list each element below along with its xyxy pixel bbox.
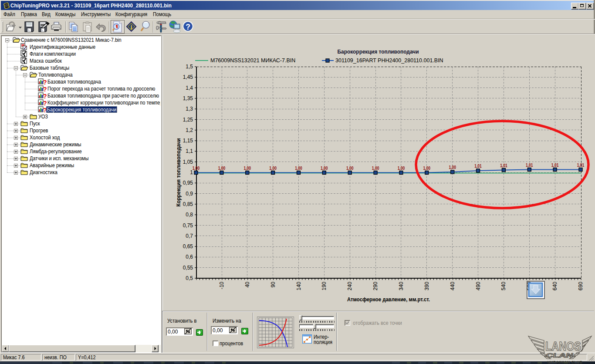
- svg-text:301109_16PART РНН2400_280110.0: 301109_16PART РНН2400_280110.001.BIN: [335, 57, 443, 64]
- svg-text:0,95: 0,95: [183, 180, 193, 186]
- svg-text:390: 390: [424, 282, 430, 290]
- svg-text:Коррекция топливоподачи: Коррекция топливоподачи: [176, 138, 182, 207]
- svg-text:1,45: 1,45: [183, 74, 193, 80]
- svg-text:?: ?: [43, 86, 47, 93]
- svg-text:0,75: 0,75: [183, 222, 193, 229]
- svg-text:1,1: 1,1: [186, 148, 193, 154]
- svg-text:1,00: 1,00: [449, 165, 456, 170]
- svg-text:240: 240: [347, 282, 353, 290]
- svg-text:UKRAINIAN CLUB: UKRAINIAN CLUB: [548, 360, 583, 364]
- svg-text:440: 440: [450, 282, 456, 290]
- svg-text:CLAN: CLAN: [546, 352, 574, 359]
- svg-text:0,6: 0,6: [186, 254, 193, 260]
- svg-text:?: ?: [43, 100, 47, 107]
- svg-text:1,00: 1,00: [269, 166, 277, 171]
- svg-text:640: 640: [552, 282, 558, 290]
- svg-text:490: 490: [475, 282, 481, 290]
- svg-text:1,00: 1,00: [372, 166, 379, 171]
- svg-text:290: 290: [372, 282, 379, 290]
- svg-text:90: 90: [270, 282, 276, 288]
- svg-text:1,00: 1,00: [321, 166, 328, 171]
- svg-text:1,01: 1,01: [551, 163, 559, 168]
- svg-text:1,00: 1,00: [193, 166, 200, 171]
- svg-text:?: ?: [43, 93, 47, 100]
- svg-text:1,01: 1,01: [500, 163, 507, 168]
- svg-text:1,01: 1,01: [526, 163, 533, 168]
- svg-text:340: 340: [398, 282, 404, 290]
- svg-text:1,01: 1,01: [474, 164, 482, 169]
- svg-text:540: 540: [500, 282, 507, 290]
- svg-text:1,3: 1,3: [186, 106, 193, 112]
- svg-text:140: 140: [296, 282, 302, 290]
- svg-text:0,8: 0,8: [186, 212, 193, 218]
- svg-text:1,4: 1,4: [186, 85, 193, 91]
- svg-text:?: ?: [186, 23, 190, 31]
- svg-text:1,35: 1,35: [183, 95, 193, 101]
- svg-text:1,00: 1,00: [398, 166, 405, 171]
- svg-text:1,25: 1,25: [183, 117, 193, 123]
- svg-text:1,00: 1,00: [423, 166, 431, 171]
- svg-text:40: 40: [244, 282, 250, 288]
- svg-text:0,7: 0,7: [186, 233, 193, 239]
- svg-text:M76009NSS132021 МИКАС-7.BIN: M76009NSS132021 МИКАС-7.BIN: [210, 57, 295, 64]
- svg-text:1,00: 1,00: [218, 166, 226, 171]
- svg-text:Атмосферное давление, мм.рт.ст: Атмосферное давление, мм.рт.ст.: [347, 297, 430, 303]
- svg-text:Барокоррекция топливоподачи: Барокоррекция топливоподачи: [338, 49, 419, 55]
- svg-text:-10: -10: [219, 282, 225, 290]
- svg-text:0,85: 0,85: [183, 201, 193, 207]
- svg-text:690: 690: [578, 282, 584, 290]
- svg-text:1,00: 1,00: [346, 166, 354, 171]
- svg-text:0,65: 0,65: [183, 243, 193, 249]
- svg-text:1,2: 1,2: [186, 127, 193, 133]
- svg-text:1,00: 1,00: [243, 166, 251, 171]
- svg-text:1,15: 1,15: [183, 138, 193, 144]
- svg-text:0,5: 0,5: [186, 275, 193, 281]
- svg-text:0,55: 0,55: [183, 265, 193, 271]
- svg-text:?: ?: [43, 79, 47, 86]
- svg-text:1,05: 1,05: [183, 159, 193, 165]
- svg-text:190: 190: [321, 282, 327, 290]
- svg-text:0,9: 0,9: [186, 191, 193, 197]
- svg-text:1,5: 1,5: [186, 64, 193, 70]
- svg-text:1,00: 1,00: [295, 166, 302, 171]
- svg-text:LANOS: LANOS: [545, 339, 581, 353]
- svg-text:1,01: 1,01: [577, 163, 585, 168]
